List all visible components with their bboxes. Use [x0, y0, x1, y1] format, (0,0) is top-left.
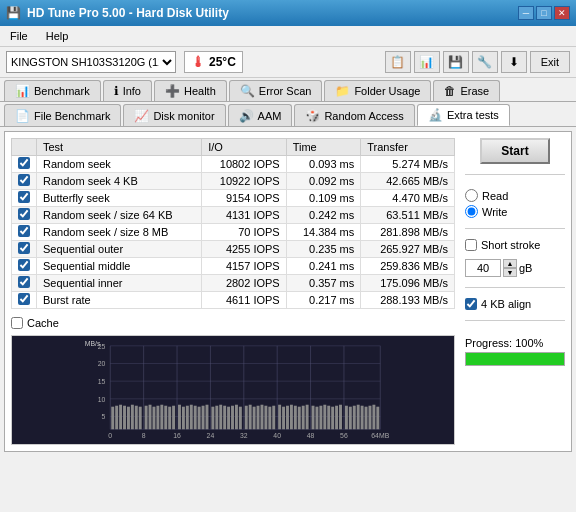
row-io-0: 10802 IOPS — [202, 156, 286, 173]
svg-rect-69 — [312, 406, 315, 430]
svg-rect-76 — [339, 405, 342, 430]
tab-info[interactable]: ℹInfo — [103, 80, 152, 101]
tab-folder-usage[interactable]: 📁Folder Usage — [324, 80, 431, 101]
svg-rect-32 — [156, 406, 159, 430]
tab-random-access[interactable]: 🎲Random Access — [294, 104, 414, 126]
row-checkbox-8[interactable] — [18, 293, 30, 305]
spin-up-button[interactable]: ▲ — [503, 259, 517, 268]
row-time-1: 0.092 ms — [286, 173, 361, 190]
tab-benchmark[interactable]: 📊Benchmark — [4, 80, 101, 101]
main-content: Test I/O Time Transfer Random seek 10802… — [4, 131, 572, 452]
row-checkbox-2[interactable] — [18, 191, 30, 203]
toolbar-btn-4[interactable]: 🔧 — [472, 51, 498, 73]
svg-text:40: 40 — [273, 432, 281, 439]
short-stroke-checkbox[interactable] — [465, 239, 477, 251]
read-radio[interactable] — [465, 189, 478, 202]
svg-rect-39 — [186, 406, 189, 430]
row-checkbox-cell[interactable] — [12, 224, 37, 241]
tab-extra-tests[interactable]: 🔬Extra tests — [417, 104, 510, 126]
svg-rect-53 — [245, 406, 248, 430]
exit-button[interactable]: Exit — [530, 51, 570, 73]
row-transfer-0: 5.274 MB/s — [361, 156, 455, 173]
row-checkbox-cell[interactable] — [12, 190, 37, 207]
read-label: Read — [482, 190, 508, 202]
svg-rect-55 — [253, 407, 256, 430]
title-controls[interactable]: ─ □ ✕ — [518, 6, 570, 20]
row-checkbox-3[interactable] — [18, 208, 30, 220]
row-checkbox-cell[interactable] — [12, 275, 37, 292]
row-transfer-2: 4.470 MB/s — [361, 190, 455, 207]
spinbox-input[interactable] — [465, 259, 501, 277]
gb-label: gB — [519, 262, 532, 274]
temperature-value: 25°C — [209, 55, 236, 69]
toolbar-btn-5[interactable]: ⬇ — [501, 51, 527, 73]
progress-section: Progress: 100% — [465, 337, 565, 366]
row-time-4: 14.384 ms — [286, 224, 361, 241]
svg-rect-23 — [119, 405, 122, 430]
tab-error-scan[interactable]: 🔍Error Scan — [229, 80, 323, 101]
row-checkbox-6[interactable] — [18, 259, 30, 271]
table-row: Sequential outer 4255 IOPS 0.235 ms 265.… — [12, 241, 455, 258]
row-test-7: Sequential inner — [37, 275, 202, 292]
row-checkbox-cell[interactable] — [12, 258, 37, 275]
svg-text:16: 16 — [173, 432, 181, 439]
row-checkbox-1[interactable] — [18, 174, 30, 186]
write-radio[interactable] — [465, 205, 478, 218]
row-checkbox-5[interactable] — [18, 242, 30, 254]
svg-rect-49 — [227, 407, 230, 430]
read-option[interactable]: Read — [465, 189, 565, 202]
tab-health[interactable]: ➕Health — [154, 80, 227, 101]
row-checkbox-7[interactable] — [18, 276, 30, 288]
row-checkbox-cell[interactable] — [12, 241, 37, 258]
divider-2 — [465, 228, 565, 229]
svg-text:32: 32 — [240, 432, 248, 439]
svg-rect-71 — [319, 406, 322, 430]
table-row: Random seek 4 KB 10922 IOPS 0.092 ms 42.… — [12, 173, 455, 190]
table-row: Random seek / size 8 MB 70 IOPS 14.384 m… — [12, 224, 455, 241]
progress-percent: 100% — [515, 337, 543, 349]
tab-file-benchmark[interactable]: 📄File Benchmark — [4, 104, 121, 126]
row-checkbox-cell[interactable] — [12, 156, 37, 173]
svg-rect-52 — [239, 407, 242, 430]
tab-aam[interactable]: 🔊AAM — [228, 104, 293, 126]
svg-rect-51 — [235, 405, 238, 430]
close-button[interactable]: ✕ — [554, 6, 570, 20]
progress-bar-background — [465, 352, 565, 366]
align-checkbox[interactable] — [465, 298, 477, 310]
row-checkbox-0[interactable] — [18, 157, 30, 169]
row-checkbox-cell[interactable] — [12, 207, 37, 224]
row-checkbox-cell[interactable] — [12, 173, 37, 190]
maximize-button[interactable]: □ — [536, 6, 552, 20]
spin-down-button[interactable]: ▼ — [503, 268, 517, 277]
row-checkbox-cell[interactable] — [12, 292, 37, 309]
svg-rect-24 — [123, 406, 126, 430]
toolbar-btn-3[interactable]: 💾 — [443, 51, 469, 73]
col-io: I/O — [202, 139, 286, 156]
svg-text:48: 48 — [307, 432, 315, 439]
tab-erase[interactable]: 🗑Erase — [433, 80, 500, 101]
tab-disk-monitor[interactable]: 📈Disk monitor — [123, 104, 225, 126]
menu-help[interactable]: Help — [42, 28, 73, 44]
svg-rect-61 — [278, 405, 281, 430]
svg-rect-78 — [349, 407, 352, 430]
toolbar-btn-2[interactable]: 📊 — [414, 51, 440, 73]
app-icon: 💾 — [6, 6, 21, 20]
row-time-8: 0.217 ms — [286, 292, 361, 309]
start-button[interactable]: Start — [480, 138, 550, 164]
svg-text:64MB: 64MB — [371, 432, 389, 439]
table-row: Burst rate 4611 IOPS 0.217 ms 288.193 MB… — [12, 292, 455, 309]
align-label: 4 KB align — [481, 298, 531, 310]
app-title: HD Tune Pro 5.00 - Hard Disk Utility — [27, 6, 229, 20]
minimize-button[interactable]: ─ — [518, 6, 534, 20]
menu-file[interactable]: File — [6, 28, 32, 44]
toolbar-btn-1[interactable]: 📋 — [385, 51, 411, 73]
row-checkbox-4[interactable] — [18, 225, 30, 237]
right-panel: Start Read Write Short stroke ▲ ▼ gB — [465, 138, 565, 445]
drive-selector[interactable]: KINGSTON SH103S3120G (120 gB) — [6, 51, 176, 73]
svg-rect-57 — [260, 405, 263, 430]
svg-text:20: 20 — [98, 360, 106, 367]
cache-checkbox[interactable] — [11, 317, 23, 329]
write-option[interactable]: Write — [465, 205, 565, 218]
row-transfer-6: 259.836 MB/s — [361, 258, 455, 275]
svg-rect-33 — [160, 405, 163, 430]
